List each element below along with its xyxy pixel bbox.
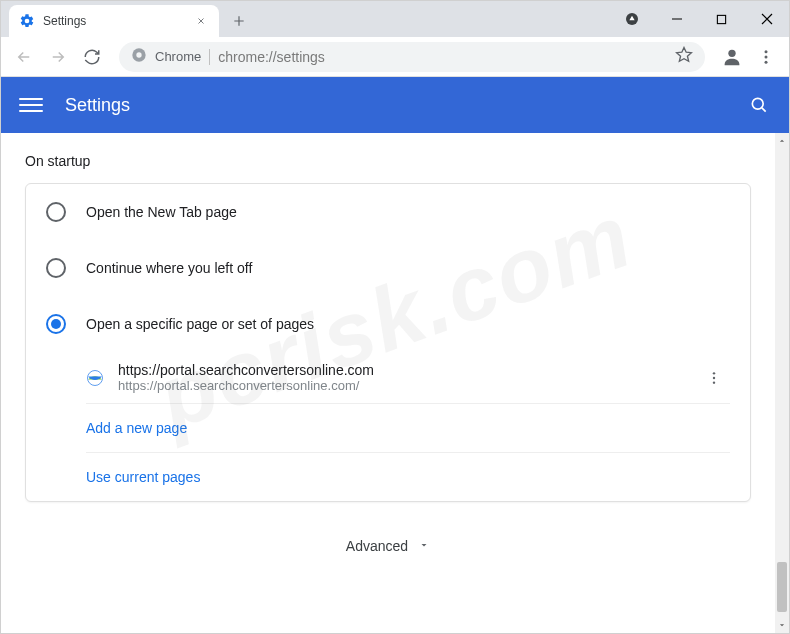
profile-avatar-icon[interactable] <box>717 42 747 72</box>
radio-icon <box>46 202 66 222</box>
svg-point-8 <box>752 98 763 109</box>
settings-title: Settings <box>65 95 747 116</box>
address-bar[interactable]: Chrome chrome://settings <box>119 42 705 72</box>
browser-toolbar: Chrome chrome://settings <box>1 37 789 77</box>
radio-specific-pages[interactable]: Open a specific page or set of pages <box>26 296 750 352</box>
browser-title-bar: Settings <box>1 1 789 37</box>
svg-point-12 <box>713 381 715 383</box>
chevron-down-icon <box>418 538 430 554</box>
page-entry-title: https://portal.searchconvertersonline.co… <box>118 362 692 378</box>
radio-label: Open the New Tab page <box>86 204 237 220</box>
browser-menu-icon[interactable] <box>751 42 781 72</box>
svg-point-10 <box>713 372 715 374</box>
site-favicon-icon <box>86 369 104 387</box>
startup-page-entry: https://portal.searchconvertersonline.co… <box>86 352 730 404</box>
section-title-startup: On startup <box>1 153 775 183</box>
hamburger-menu-icon[interactable] <box>19 93 43 117</box>
scroll-down-icon[interactable] <box>775 617 789 633</box>
maximize-button[interactable] <box>699 1 744 37</box>
reload-button[interactable] <box>77 42 107 72</box>
omnibox-divider <box>209 49 210 65</box>
svg-point-5 <box>765 50 768 53</box>
advanced-toggle[interactable]: Advanced <box>1 522 775 572</box>
settings-content: On startup Open the New Tab page Continu… <box>1 133 775 633</box>
search-icon[interactable] <box>747 93 771 117</box>
advanced-label: Advanced <box>346 538 408 554</box>
svg-point-3 <box>136 52 141 57</box>
radio-continue[interactable]: Continue where you left off <box>26 240 750 296</box>
scroll-track[interactable] <box>775 149 789 617</box>
chrome-logo-icon <box>131 47 147 67</box>
radio-icon <box>46 258 66 278</box>
close-tab-icon[interactable] <box>193 13 209 29</box>
radio-icon <box>46 314 66 334</box>
incognito-icon[interactable] <box>609 1 654 37</box>
vertical-scrollbar[interactable] <box>775 133 789 633</box>
bookmark-star-icon[interactable] <box>675 46 693 68</box>
add-new-page-link[interactable]: Add a new page <box>86 404 730 453</box>
svg-point-4 <box>728 49 735 56</box>
scroll-thumb[interactable] <box>777 562 787 612</box>
startup-card: Open the New Tab page Continue where you… <box>25 183 751 502</box>
page-entry-url: https://portal.searchconvertersonline.co… <box>118 378 692 393</box>
page-entry-more-icon[interactable] <box>706 370 730 386</box>
omnibox-origin-label: Chrome <box>155 49 201 64</box>
window-controls <box>609 1 789 37</box>
scroll-up-icon[interactable] <box>775 133 789 149</box>
settings-gear-icon <box>19 13 35 29</box>
svg-point-11 <box>713 376 715 378</box>
use-current-pages-link[interactable]: Use current pages <box>86 453 730 501</box>
svg-point-7 <box>765 60 768 63</box>
browser-tab[interactable]: Settings <box>9 5 219 37</box>
radio-label: Continue where you left off <box>86 260 252 276</box>
settings-app-bar: Settings <box>1 77 789 133</box>
radio-label: Open a specific page or set of pages <box>86 316 314 332</box>
minimize-button[interactable] <box>654 1 699 37</box>
back-button[interactable] <box>9 42 39 72</box>
new-tab-button[interactable] <box>225 7 253 35</box>
forward-button[interactable] <box>43 42 73 72</box>
close-window-button[interactable] <box>744 1 789 37</box>
tab-title: Settings <box>43 14 185 28</box>
omnibox-url: chrome://settings <box>218 49 667 65</box>
radio-new-tab[interactable]: Open the New Tab page <box>26 184 750 240</box>
svg-rect-1 <box>717 15 725 23</box>
svg-point-6 <box>765 55 768 58</box>
